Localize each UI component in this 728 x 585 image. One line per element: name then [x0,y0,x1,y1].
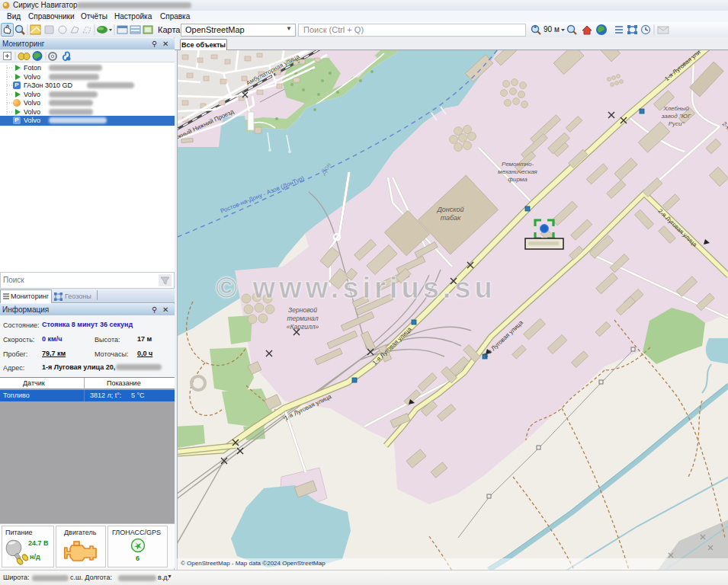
svg-text:Донской: Донской [436,206,463,213]
svg-text:+: + [534,24,537,30]
svg-text:90 м: 90 м [544,25,560,34]
svg-text:фирма: фирма [508,176,528,183]
svg-text:терминал: терминал [287,315,318,322]
svg-text:Хлебный: Хлебный [662,105,689,112]
svg-text:завод "ЮГ: завод "ЮГ [661,113,691,120]
svg-text:«Каргилл»: «Каргилл» [287,323,319,331]
svg-text:Руси": Руси" [669,120,685,127]
svg-text:Карта:: Карта: [158,25,183,34]
svg-text:Ремонтно-: Ремонтно- [502,161,534,168]
svg-text:механическая: механическая [498,168,538,175]
svg-text:Зерновой: Зерновой [288,306,317,314]
svg-text:табак: табак [441,214,461,222]
